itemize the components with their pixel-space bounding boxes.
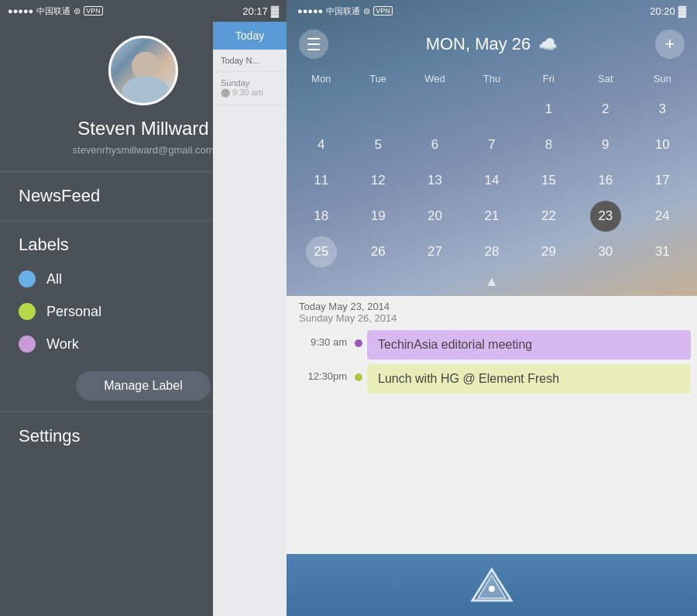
nav-logo: [469, 566, 515, 604]
cal-day-26[interactable]: 26: [349, 235, 406, 269]
event-card-1[interactable]: TechinAsia editorial meeting: [367, 330, 691, 360]
cal-day-27[interactable]: 27: [407, 235, 463, 269]
cal-day-12[interactable]: 12: [349, 163, 406, 198]
cal-day-empty-1[interactable]: [293, 92, 349, 126]
svg-point-2: [489, 586, 495, 592]
vpn-badge-left: VPN: [84, 6, 103, 15]
cal-day-29[interactable]: 29: [520, 235, 577, 269]
dow-fri: Fri: [520, 70, 577, 88]
event-card-2[interactable]: Lunch with HG @ Element Fresh: [367, 364, 691, 394]
event-time-2: 12:30pm: [293, 364, 355, 394]
cal-day-6[interactable]: 6: [407, 128, 463, 162]
signal-dots: ●●●●●: [8, 6, 33, 15]
cal-day-28[interactable]: 28: [463, 235, 520, 269]
personal-dot: [19, 303, 36, 320]
cal-day-13[interactable]: 13: [407, 163, 463, 198]
cal-day-14[interactable]: 14: [463, 163, 520, 198]
cal-day-7[interactable]: 7: [463, 128, 520, 162]
manage-label-button[interactable]: Manage Label: [76, 371, 210, 401]
today-mini-btn[interactable]: Today: [213, 22, 287, 50]
dow-tue: Tue: [349, 70, 406, 88]
status-right-left: ●●●●● 中国联通 ⊜ VPN: [297, 5, 393, 17]
wifi-icon-right: ⊜: [363, 6, 370, 16]
cal-day-16[interactable]: 16: [577, 163, 633, 198]
dow-mon: Mon: [293, 70, 349, 88]
mini-sunday-strip: Sunday ⬤ 9:30 am: [213, 72, 287, 105]
avatar: [108, 36, 178, 105]
sunday-date-label: Sunday May 26, 2014: [299, 312, 685, 324]
vpn-badge-right: VPN: [373, 6, 393, 15]
cal-day-4[interactable]: 4: [293, 128, 349, 162]
cal-day-21[interactable]: 21: [463, 199, 520, 233]
event-dot-2: [355, 373, 362, 381]
calendar-header: MON, May 26 ☁️ +: [287, 22, 697, 67]
newsfeed-label: NewsFeed: [19, 186, 100, 206]
labels-title: Labels: [19, 235, 69, 255]
carrier-right: 中国联通: [326, 5, 360, 17]
event-time-1: 9:30 am: [293, 330, 355, 360]
menu-line-1: [307, 38, 320, 40]
cal-day-18[interactable]: 18: [293, 199, 349, 233]
cal-day-empty-3[interactable]: [407, 92, 463, 126]
dow-sat: Sat: [577, 70, 633, 88]
mini-today-strip: Today N...: [213, 50, 287, 72]
status-right-right: 20:20 ▓: [650, 5, 686, 17]
cal-day-3[interactable]: 3: [634, 92, 691, 126]
cal-day-1[interactable]: 1: [520, 92, 577, 126]
settings-label: Settings: [19, 426, 81, 446]
cal-day-31[interactable]: 31: [634, 235, 691, 269]
status-bar-left: ●●●●● 中国联通 ⊜ VPN 20:17 ▓: [0, 0, 287, 22]
dow-thu: Thu: [463, 70, 520, 88]
cal-day-empty-4[interactable]: [463, 92, 520, 126]
personal-label: Personal: [46, 304, 101, 320]
today-date-label: Today May 23, 2014: [299, 301, 685, 312]
cal-day-15[interactable]: 15: [520, 163, 577, 198]
all-dot: [19, 270, 36, 287]
cal-day-5[interactable]: 5: [349, 128, 406, 162]
time-right: 20:20: [650, 5, 675, 17]
cal-day-23[interactable]: 23: [590, 201, 621, 232]
cal-day-20[interactable]: 20: [407, 199, 463, 233]
status-bar-right: ●●●●● 中国联通 ⊜ VPN 20:20 ▓: [287, 0, 697, 22]
days-of-week-row: Mon Tue Wed Thu Fri Sat Sun: [287, 67, 697, 91]
all-label: All: [46, 271, 62, 287]
cal-day-11[interactable]: 11: [293, 163, 349, 198]
signal-dots-right: ●●●●●: [297, 6, 323, 15]
event-row-2: 12:30pm Lunch with HG @ Element Fresh: [287, 364, 697, 394]
cal-day-22[interactable]: 22: [520, 199, 577, 233]
cal-day-2[interactable]: 2: [577, 92, 633, 126]
carrier-left: 中国联通: [36, 5, 70, 17]
mini-time-display: ⬤ 9:30 am: [221, 88, 279, 98]
left-panel: ●●●●● 中国联通 ⊜ VPN 20:17 ▓ Steven Millward…: [0, 0, 287, 616]
work-dot: [19, 336, 36, 353]
battery-left: ▓: [271, 5, 279, 17]
cal-day-19[interactable]: 19: [349, 199, 406, 233]
dow-wed: Wed: [407, 70, 463, 88]
cal-day-8[interactable]: 8: [520, 128, 577, 162]
cal-day-25[interactable]: 25: [306, 236, 337, 267]
menu-line-2: [307, 43, 320, 45]
cal-day-10[interactable]: 10: [634, 128, 691, 162]
bottom-blue-bar: [287, 554, 697, 616]
add-event-button[interactable]: +: [655, 29, 685, 59]
time-left: 20:17: [242, 5, 268, 17]
mini-scroll-area: Today N... Sunday ⬤ 9:30 am: [213, 50, 287, 616]
cal-day-24[interactable]: 24: [634, 199, 691, 233]
cal-day-30[interactable]: 30: [577, 235, 633, 269]
calendar-grid: 1 2 3 4 5 6 7 8 9 10 11 12 13 14 15 16 1…: [287, 91, 697, 270]
cal-day-empty-2[interactable]: [349, 92, 406, 126]
collapse-indicator[interactable]: ▲: [287, 270, 697, 296]
menu-button[interactable]: [299, 29, 328, 59]
wifi-icon-left: ⊜: [74, 6, 81, 16]
right-panel: ●●●●● 中国联通 ⊜ VPN 20:20 ▓ MON, May 26 ☁️ …: [287, 0, 697, 616]
mini-right-strip: Today Today N... Sunday ⬤ 9:30 am: [213, 22, 287, 616]
work-label: Work: [46, 336, 79, 353]
dow-sun: Sun: [634, 70, 691, 88]
collapse-arrow-icon: ▲: [485, 274, 499, 290]
weather-icon: ☁️: [538, 35, 558, 53]
event-row-1: 9:30 am TechinAsia editorial meeting: [287, 330, 697, 360]
calendar-date-text: MON, May 26: [426, 34, 531, 54]
cal-day-17[interactable]: 17: [634, 163, 691, 198]
cal-day-9[interactable]: 9: [577, 128, 633, 162]
schedule-date-header: Today May 23, 2014 Sunday May 26, 2014: [287, 296, 697, 325]
